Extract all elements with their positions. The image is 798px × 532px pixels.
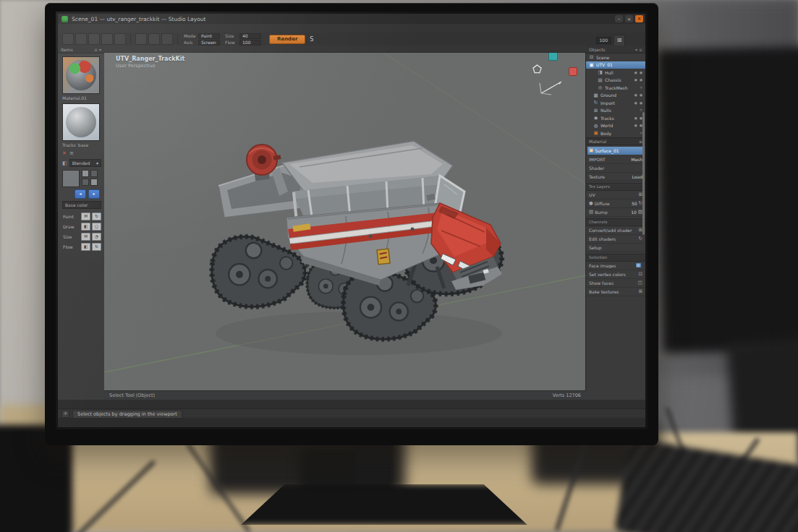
import-row[interactable]: IMPORT Mesh: [586, 155, 645, 164]
maximize-button[interactable]: ▫: [625, 15, 633, 22]
toolbar-right-icon[interactable]: ⊞: [614, 35, 625, 46]
attribute-icon[interactable]: ↻: [639, 236, 642, 241]
mode-field[interactable]: Paint: [198, 33, 220, 39]
uv-row[interactable]: UV ⊞: [586, 191, 645, 200]
tool-option-label: Paint: [63, 214, 80, 219]
channel-row[interactable]: ▨ Bump 10 ▨: [586, 208, 645, 217]
material-thumbnail[interactable]: [62, 56, 100, 94]
tool-option-toggle[interactable]: ↻: [92, 243, 101, 251]
tool-icon-button[interactable]: [62, 33, 74, 45]
visibility-toggles[interactable]: ≡: [640, 86, 643, 90]
material-name: Material.01: [62, 95, 100, 100]
mini-swatch[interactable]: [82, 179, 89, 186]
attribute-row[interactable]: Edit shaders ↻: [586, 235, 645, 244]
viewport-3d[interactable]: UTV_Ranger_TrackKit User Perspective: [104, 46, 586, 400]
channel-row[interactable]: ● Diffuse 50 ↻: [586, 200, 645, 208]
light-icon[interactable]: [569, 67, 577, 76]
panel-menu-icon[interactable]: ≡ ▾: [94, 47, 101, 52]
tool-option-toggle[interactable]: ◧: [81, 243, 90, 251]
attribute-row[interactable]: Convert/add shader ⊞: [586, 226, 645, 235]
swap-left-button[interactable]: ◂: [75, 189, 86, 199]
import-value: Mesh: [631, 157, 642, 162]
pentagon-icon[interactable]: [532, 64, 542, 74]
material-slot[interactable]: Material.01: [62, 56, 101, 100]
flow-field[interactable]: 100: [239, 40, 261, 46]
toolbar-s-icon[interactable]: S: [310, 36, 313, 43]
tool-option-toggle[interactable]: ◔: [92, 233, 101, 241]
tree-row[interactable]: ▣ UTV_01 ▾: [586, 61, 645, 69]
cable: [65, 460, 156, 532]
tree-row[interactable]: ↻ Import ● ●: [586, 99, 645, 107]
attribute-row[interactable]: Bake textures ⊞: [586, 288, 645, 296]
mini-swatch[interactable]: [82, 170, 89, 177]
tree-row[interactable]: ▦ Ground ● ●: [586, 92, 645, 100]
swap-right-button[interactable]: ▸: [88, 189, 100, 199]
mini-swatch[interactable]: [90, 179, 98, 186]
mini-swatch[interactable]: [90, 170, 98, 177]
app-status-bar: ✛ Select objects by dragging in the view…: [58, 408, 645, 419]
attribute-row[interactable]: Set vertex colors ⊡: [586, 270, 645, 279]
selected-surface-row[interactable]: ▣ Surface_01: [587, 147, 644, 155]
size-field[interactable]: 40: [239, 33, 261, 39]
title-bar[interactable]: Scene_01 — utv_ranger_trackkit — Studio …: [58, 14, 645, 25]
attribute-row[interactable]: Face images 0: [586, 262, 645, 270]
tool-option-toggle[interactable]: ↻: [92, 213, 101, 220]
visibility-toggles[interactable]: ● ●: [634, 71, 643, 74]
delete-icon[interactable]: ✕: [62, 150, 67, 156]
axis-field[interactable]: Screen: [198, 40, 220, 46]
attribute-row[interactable]: Channels: [586, 218, 645, 226]
attribute-row[interactable]: Show faces ◫: [586, 279, 645, 288]
tool-option-toggle[interactable]: ○: [92, 223, 101, 231]
tool-option-toggle[interactable]: M: [81, 233, 90, 241]
material-thumbnail[interactable]: [62, 103, 100, 141]
panel-menu-icon[interactable]: ▾ ≡: [635, 47, 642, 52]
visibility-toggles[interactable]: ● ●: [634, 93, 643, 97]
channel-icon: ▨: [589, 209, 593, 215]
visibility-toggles[interactable]: ● ●: [634, 101, 643, 105]
tree-row[interactable]: ▤ Chassis ● ●: [586, 77, 645, 85]
tool-icon-button[interactable]: [161, 33, 173, 45]
attribute-row[interactable]: Setup: [586, 244, 645, 252]
tree-row[interactable]: ◉ Tracks ● ●: [586, 114, 645, 122]
attribute-row[interactable]: Selection: [586, 254, 645, 262]
channel-value[interactable]: 50: [632, 201, 637, 206]
shader-row[interactable]: Shader: [586, 164, 645, 173]
tree-scrollbar[interactable]: [642, 112, 645, 235]
visibility-toggles[interactable]: ● ●: [634, 78, 643, 82]
texture-load-button[interactable]: Load: [632, 174, 642, 179]
blend-icon: ◧: [62, 160, 67, 166]
material-slot[interactable]: Tracks_base: [62, 103, 101, 147]
cursor-mode-icon[interactable]: ✛: [61, 410, 69, 418]
minimize-button[interactable]: –: [615, 15, 623, 22]
channel-value[interactable]: 10: [631, 210, 637, 215]
tool-icon-button[interactable]: [101, 33, 113, 45]
tree-row[interactable]: ◨ Hull ● ●: [586, 69, 645, 77]
attribute-icon[interactable]: ◫: [638, 280, 642, 286]
close-button[interactable]: ✕: [635, 15, 643, 22]
base-color-bar[interactable]: Base color: [62, 201, 101, 209]
texture-row[interactable]: Texture Load: [586, 173, 645, 181]
tree-row[interactable]: ◍ World ● ●: [586, 122, 645, 130]
toolbar-right-field[interactable]: 100: [596, 37, 611, 44]
tree-row[interactable]: ▣ Body ≡: [586, 129, 645, 137]
tool-option-toggle[interactable]: M: [81, 213, 90, 220]
tree-row[interactable]: ⊟ Scene: [586, 53, 645, 61]
tool-option-toggle[interactable]: ◧: [81, 223, 90, 231]
blend-mode-dropdown[interactable]: Blended▾: [69, 159, 101, 167]
axis-gizmo[interactable]: [537, 76, 569, 96]
tree-row[interactable]: ⊞ Nulls ≡: [586, 107, 645, 115]
tool-icon-button[interactable]: [114, 33, 126, 45]
attribute-icon[interactable]: ⊞: [639, 288, 642, 294]
app-icon: [61, 16, 68, 22]
color-swatch[interactable]: [62, 170, 80, 187]
tool-icon-button[interactable]: [88, 33, 100, 45]
tool-icon-button[interactable]: [148, 33, 160, 45]
render-button[interactable]: Render: [269, 35, 305, 44]
list-icon[interactable]: ≡: [69, 150, 74, 156]
tool-icon-button[interactable]: [135, 33, 147, 45]
attribute-icon[interactable]: ⊡: [639, 271, 642, 277]
utv-model[interactable]: [198, 122, 511, 368]
visibility-toggles[interactable]: ▾: [641, 63, 643, 66]
tree-row[interactable]: ◎ TrackMesh ≡: [586, 84, 645, 92]
tool-icon-button[interactable]: [75, 33, 87, 45]
